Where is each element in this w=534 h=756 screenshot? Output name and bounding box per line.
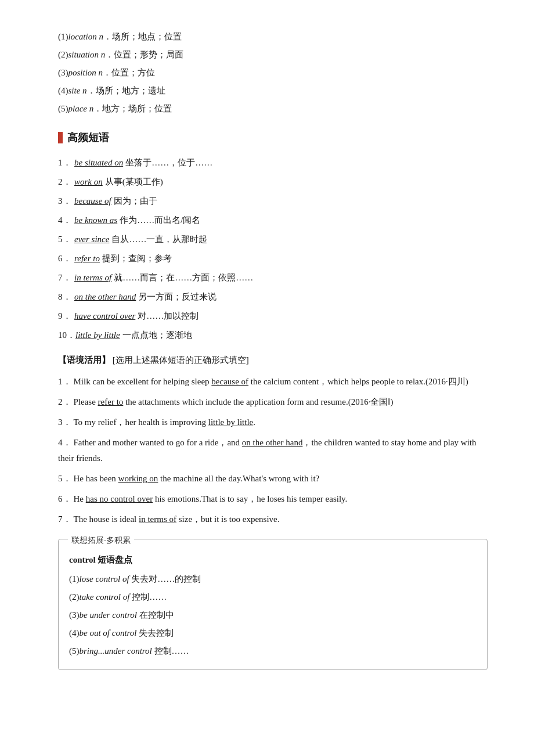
vocab-item: (4)site n．场所；地方；遗址 [58,83,488,99]
usage-num: 5． [58,474,71,483]
phrase-item: 3．because of因为；由于 [58,193,488,209]
usage-num: 3． [58,417,71,427]
usage-phrase: because of [211,377,248,386]
phrase-zh: 从事(某项工作) [105,174,163,190]
usage-header-bracket: [选用上述黑体短语的正确形式填空] [113,355,249,365]
vocab-item: (2)situation n．位置；形势；局面 [58,47,488,63]
usage-text: size，but it is too expensive. [176,514,279,524]
phrase-zh: 因为；由于 [114,193,157,209]
vocab-def: 位置；方位 [111,68,155,77]
vocab-word: location [68,32,97,41]
phrase-en: on the other hand [74,289,136,305]
usage-num: 6． [58,494,71,503]
phrase-en: be known as [74,213,117,228]
usage-phrase: refer to [98,397,124,406]
usage-phrase: on the other hand [242,438,303,447]
usage-item: 1．Milk can be excellent for helping slee… [58,374,488,390]
usage-item: 7．The house is ideal in terms of size，bu… [58,512,488,527]
usage-text: Father and mother wanted to go for a rid… [74,438,242,447]
phrase-num: 8． [58,289,74,305]
expand-word: take control of [80,592,130,602]
expand-def: 控制…… [132,592,167,602]
expand-box: 联想拓展·多积累 control 短语盘点 (1)lose control of… [58,539,488,670]
expand-def: 失去对……的控制 [131,574,201,584]
usage-text: the attachments which include the applic… [123,397,393,406]
usage-phrase: working on [118,474,158,483]
expand-def: 在控制中 [139,610,174,620]
phrase-num: 9． [58,308,74,324]
vocab-list: (1)location n．场所；地点；位置(2)situation n．位置；… [58,29,488,117]
phrase-zh: 提到；查阅；参考 [102,251,172,267]
phrase-en: ever since [74,232,109,247]
vocab-pos: n [99,32,103,41]
phrase-zh: 作为……而出名/闻名 [120,213,200,228]
vocab-pos: n [82,86,87,95]
expand-word: be out of control [80,628,137,638]
phrase-num: 3． [58,193,74,209]
phrase-en: be situated on [74,155,123,171]
phrase-num: 10． [58,327,75,343]
phrase-item: 9．have control over对……加以控制 [58,308,488,324]
usage-text: the calcium content，which helps people t… [248,377,468,386]
vocab-word: position [68,68,96,77]
usage-list: 1．Milk can be excellent for helping slee… [58,374,488,527]
usage-item: 6．He has no control over his emotions.Th… [58,491,488,507]
expand-item: (2)take control of 控制…… [69,589,477,605]
phrase-en: have control over [74,308,135,324]
phrase-item: 8．on the other hand另一方面；反过来说 [58,289,488,305]
expand-def: 失去控制 [139,628,174,638]
usage-header-label: 【语境活用】 [58,355,110,365]
expand-item: (4)be out of control 失去控制 [69,625,477,641]
vocab-def: 地方；场所；位置 [102,104,172,113]
phrase-item: 5．ever since自从……一直，从那时起 [58,232,488,247]
vocab-item: (5)place n．地方；场所；位置 [58,101,488,117]
usage-text: his emotions.That is to say，he loses his… [153,494,347,503]
expand-word: be under control [80,610,137,620]
phrase-num: 7． [58,270,74,286]
vocab-def: 位置；形势；局面 [114,50,183,59]
expand-item: (5)bring...under control 控制…… [69,643,477,659]
phrase-en: little by little [75,327,120,343]
vocab-def: 场所；地点；位置 [112,32,182,41]
vocab-pos: n [99,68,103,77]
red-block-icon [58,132,63,143]
usage-text: He [74,494,86,503]
usage-num: 2． [58,397,71,406]
phrase-en: in terms of [74,270,111,286]
usage-text: Please [74,397,98,406]
phrase-num: 2． [58,174,74,190]
phrase-item: 6．refer to提到；查阅；参考 [58,251,488,267]
phrase-item: 7．in terms of就……而言；在……方面；依照…… [58,270,488,286]
phrase-item: 4．be known as作为……而出名/闻名 [58,213,488,228]
expand-def: 控制…… [154,646,189,656]
vocab-item: (3)position n．位置；方位 [58,65,488,81]
phrase-num: 6． [58,251,74,267]
vocab-word: place [68,104,87,113]
expand-word: bring...under control [80,646,152,656]
usage-item: 2．Please refer to the attachments which … [58,394,488,410]
usage-item: 5．He has been working on the machine all… [58,471,488,487]
vocab-def: 场所；地方；遗址 [96,86,165,95]
section-title: 高频短语 [58,128,488,147]
phrase-list: 1．be situated on坐落于……，位于……2．work on从事(某项… [58,155,488,343]
usage-num: 1． [58,377,71,386]
vocab-word: situation [68,50,99,59]
vocab-word: site [68,86,81,95]
section-title-text: 高频短语 [67,128,109,147]
phrase-zh: 自从……一直，从那时起 [111,232,207,247]
phrase-en: because of [74,193,111,209]
vocab-item: (1)location n．场所；地点；位置 [58,29,488,45]
usage-num: 4． [58,438,71,447]
phrase-en: refer to [74,251,100,267]
phrase-zh: 对……加以控制 [138,308,199,324]
phrase-zh: 另一方面；反过来说 [138,289,217,305]
usage-item: 3．To my relief，her health is improving l… [58,415,488,430]
usage-text: The house is ideal [74,514,139,524]
phrase-item: 10．little by little一点点地；逐渐地 [58,327,488,343]
vocab-pos: n [89,104,94,113]
usage-phrase: little by little [208,417,254,427]
usage-text: He has been [74,474,118,483]
phrase-num: 4． [58,213,74,228]
expand-section-title: control 短语盘点 [69,552,477,568]
usage-text: the machine all the day.What's wrong wit… [158,474,319,483]
